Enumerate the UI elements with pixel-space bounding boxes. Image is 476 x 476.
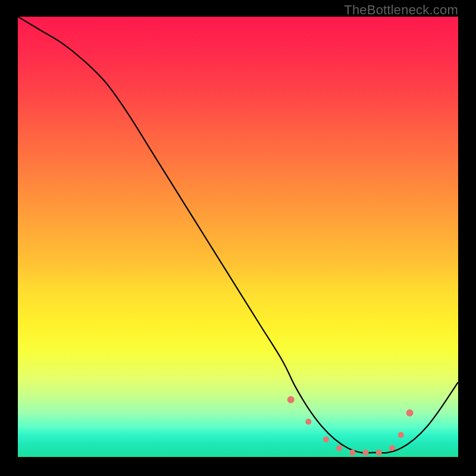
plot-area: [18, 17, 458, 457]
bottleneck-curve: [18, 17, 458, 453]
chart-container: TheBottleneck.com: [0, 0, 476, 476]
watermark-text: TheBottleneck.com: [344, 2, 458, 18]
marker-dot: [336, 445, 342, 451]
curve-layer: [18, 17, 458, 457]
marker-dot: [376, 450, 382, 456]
marker-dot: [349, 450, 355, 456]
marker-dot: [287, 396, 295, 403]
marker-dot: [363, 450, 369, 456]
marker-dot: [398, 432, 404, 438]
marker-dot: [305, 419, 311, 425]
marker-dot: [323, 436, 329, 442]
marker-dot: [406, 409, 414, 416]
marker-dot: [389, 445, 395, 451]
